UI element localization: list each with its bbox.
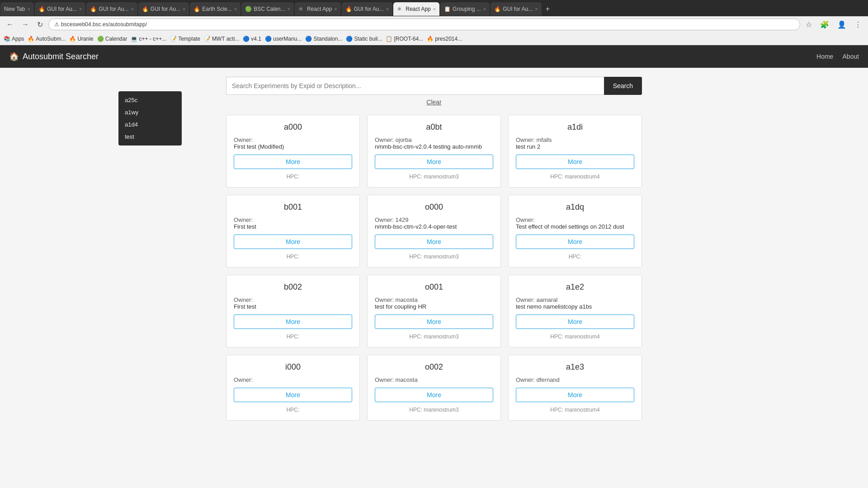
more-button[interactable]: More	[234, 235, 352, 249]
tab-close[interactable]: ×	[79, 6, 82, 12]
more-button[interactable]: More	[234, 388, 352, 402]
experiment-card-a1e3: a1e3 Owner: dfernand More HPC: marenostr…	[508, 355, 642, 421]
card-owner: Owner:	[516, 216, 634, 223]
card-title: a1di	[516, 122, 634, 132]
tab-close[interactable]: ×	[386, 6, 389, 12]
card-hpc: HPC:	[516, 253, 634, 260]
more-button[interactable]: More	[375, 388, 493, 402]
tab-close[interactable]: ×	[183, 6, 185, 12]
tab-close[interactable]: ×	[483, 6, 486, 12]
nav-home[interactable]: Home	[816, 53, 833, 60]
tab-close[interactable]: ×	[131, 6, 133, 12]
address-bar[interactable]: ⚠ bscesweb04.bsc.es/autosubmitapp/	[48, 19, 800, 30]
tab-6[interactable]: ⚛ React App ×	[295, 2, 341, 16]
autocomplete-item-1[interactable]: a1wy	[118, 106, 182, 118]
tab-close[interactable]: ×	[334, 6, 337, 12]
tab-10[interactable]: 🔥 GUI for Au... ×	[491, 2, 541, 16]
bookmark-pres2014[interactable]: 🔥 pres2014...	[427, 36, 462, 42]
card-hpc: HPC:	[234, 253, 352, 260]
tab-8-active[interactable]: ⚛ React App ×	[393, 2, 439, 16]
more-button[interactable]: More	[375, 314, 493, 329]
bookmark-template[interactable]: 📝 Template	[170, 36, 200, 42]
tab-close[interactable]: ×	[288, 6, 290, 12]
tab-2[interactable]: 🔥 GUI for Au... ×	[86, 2, 137, 16]
tab-close[interactable]: ×	[234, 6, 237, 12]
more-button[interactable]: More	[516, 235, 634, 249]
nav-about[interactable]: About	[842, 53, 859, 60]
card-hpc: HPC:	[234, 407, 352, 413]
tab-4[interactable]: 🔥 Earth Scie... ×	[190, 2, 241, 16]
app-navigation: Home About	[816, 53, 859, 60]
tab-favicon: 🔥	[142, 6, 148, 12]
cards-container: a000 Owner: First test (Modified) More H…	[217, 115, 651, 430]
cards-grid: a000 Owner: First test (Modified) More H…	[226, 115, 642, 421]
bookmark-static[interactable]: 🔵 Static buil...	[346, 36, 382, 42]
more-button[interactable]: More	[516, 388, 634, 402]
more-button[interactable]: More	[516, 314, 634, 329]
tab-favicon: ⚛	[397, 6, 403, 12]
new-tab-button[interactable]: +	[542, 3, 553, 15]
tab-5[interactable]: 🟢 BSC Calen... ×	[241, 2, 294, 16]
tab-9[interactable]: 📋 Grouping ... ×	[440, 2, 490, 16]
autocomplete-item-3[interactable]: test	[118, 131, 182, 143]
menu-button[interactable]: ⋮	[852, 19, 864, 30]
more-button[interactable]: More	[516, 155, 634, 169]
tab-favicon: ⚛	[298, 6, 305, 12]
autocomplete-item-0[interactable]: a25c	[118, 94, 182, 106]
browser-chrome: New Tab × 🔥 GUI for Au... × 🔥 GUI for Au…	[0, 0, 868, 45]
bookmark-root64[interactable]: 📋 [ROOT-64...	[386, 36, 423, 42]
experiment-card-o001: o001 Owner: macosta test for coupling HR…	[367, 275, 501, 347]
back-button[interactable]: ←	[4, 19, 16, 29]
card-owner: Owner:	[234, 296, 352, 303]
tab-favicon: 🔥	[38, 6, 45, 12]
tab-3[interactable]: 🔥 GUI for Au... ×	[138, 2, 189, 16]
card-owner: Owner: macosta	[375, 376, 493, 383]
tab-label: New Tab	[4, 6, 25, 12]
forward-button[interactable]: →	[19, 19, 32, 29]
bookmark-button[interactable]: ☆	[803, 19, 815, 30]
tab-close[interactable]: ×	[535, 6, 538, 12]
card-title: a0bt	[375, 122, 493, 132]
more-button[interactable]: More	[375, 235, 493, 249]
bookmark-autosubmit[interactable]: 🔥 AutoSubm...	[28, 36, 66, 42]
bookmark-v41[interactable]: 🔵 v4.1	[243, 36, 261, 42]
tab-label: GUI for Au...	[47, 6, 77, 12]
search-section: Search Clear	[217, 77, 651, 106]
card-info: Owner: dfernand	[516, 376, 634, 383]
reload-button[interactable]: ↻	[34, 19, 46, 30]
bookmark-calendar[interactable]: 🟢 Calendar	[97, 36, 127, 42]
card-info: Owner: macosta	[375, 376, 493, 383]
profile-button[interactable]: 👤	[835, 19, 849, 30]
bookmark-apps[interactable]: 📚 Apps	[4, 36, 24, 42]
tab-1[interactable]: 🔥 GUI for Au... ×	[35, 2, 85, 16]
tab-7[interactable]: 🔥 GUI for Au... ×	[342, 2, 392, 16]
more-button[interactable]: More	[375, 155, 493, 169]
clear-button[interactable]: Clear	[426, 99, 441, 106]
experiment-card-a1dq: a1dq Owner: Test effect of model setting…	[508, 195, 642, 267]
tab-close[interactable]: ×	[433, 6, 436, 12]
bookmark-uranie[interactable]: 🔥 Uranie	[69, 36, 93, 42]
card-owner: Owner: dfernand	[516, 376, 634, 383]
search-input[interactable]	[226, 77, 604, 95]
card-description: test run 2	[516, 143, 634, 150]
bookmark-usermanual[interactable]: 🔵 userManu...	[265, 36, 302, 42]
tab-new-tab[interactable]: New Tab ×	[0, 2, 34, 16]
bookmark-standalone[interactable]: 🔵 Standalon...	[305, 36, 342, 42]
tab-close[interactable]: ×	[27, 6, 30, 12]
card-hpc: HPC: marenostrum4	[516, 407, 634, 413]
card-description: test nemo namelistcopy a1bs	[516, 303, 634, 310]
more-button[interactable]: More	[234, 314, 352, 329]
card-description: nmmb-bsc-ctm-v2.0.4-oper-test	[375, 223, 493, 230]
autocomplete-item-2[interactable]: a1d4	[118, 118, 182, 131]
bookmark-mwt[interactable]: 📝 MWT acti...	[204, 36, 239, 42]
card-title: i000	[234, 362, 352, 372]
card-owner: Owner: mfalls	[516, 136, 634, 143]
tab-label: GUI for Au...	[99, 6, 128, 12]
tab-favicon: 📋	[444, 6, 450, 12]
more-button[interactable]: More	[234, 155, 352, 169]
extensions-button[interactable]: 🧩	[817, 19, 832, 30]
tab-label: Earth Scie...	[202, 6, 231, 12]
bookmark-cpp[interactable]: 💻 c++ - c++...	[131, 36, 166, 42]
search-button[interactable]: Search	[604, 77, 642, 95]
tab-bar: New Tab × 🔥 GUI for Au... × 🔥 GUI for Au…	[0, 0, 868, 16]
